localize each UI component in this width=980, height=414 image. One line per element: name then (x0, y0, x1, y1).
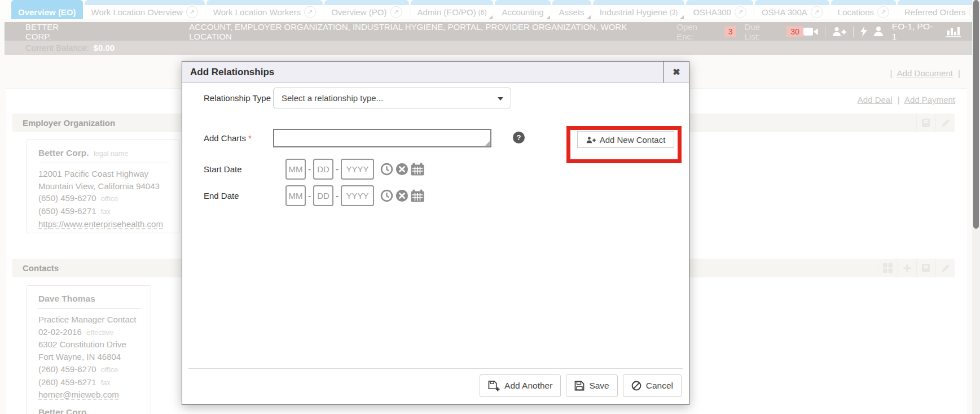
close-icon[interactable]: ✖ (663, 62, 689, 82)
document-links-row: | Add Document | (887, 68, 963, 78)
contact-name: Dave Thomas (38, 294, 151, 304)
tab-overview-eo[interactable]: Overview (EO) (11, 0, 83, 19)
tab-osha-300a[interactable]: OSHA 300A ↗ (755, 0, 829, 19)
video-camera-icon[interactable] (803, 27, 818, 36)
print-book-icon[interactable] (916, 114, 935, 132)
divider (38, 308, 140, 309)
button-label: Add New Contact (600, 135, 666, 145)
person-add-icon[interactable] (832, 27, 846, 36)
start-year-input[interactable] (341, 159, 374, 180)
clock-icon[interactable] (380, 163, 393, 176)
address-line: Mountain View, California 94043 (38, 180, 179, 193)
org-name: BETTER CORP. (25, 22, 86, 41)
end-year-input[interactable] (341, 185, 374, 206)
popout-icon: ↗ (877, 6, 889, 18)
tab-locations[interactable]: Locations ↗ (831, 0, 896, 19)
open-enc-label: Open Enc: (676, 22, 716, 41)
tab-label: Overview (EO) (18, 7, 76, 17)
popout-icon: ↗ (811, 6, 823, 18)
save-button[interactable]: Save (566, 374, 617, 397)
address-line: 6302 Constitution Drive (38, 338, 151, 351)
date-separator: - (336, 191, 339, 201)
tab-label: Admin (EO/PO) (418, 7, 476, 17)
edit-pencil-icon[interactable] (935, 259, 955, 277)
calendar-icon[interactable] (411, 163, 424, 176)
add-charts-input[interactable] (273, 129, 491, 147)
button-label: Cancel (646, 381, 673, 391)
grid-view-icon[interactable] (878, 259, 897, 277)
fax-note: fax (101, 207, 111, 216)
tab-count: (3) (670, 8, 678, 16)
fax-number: (260) 459-6271 (38, 377, 96, 387)
due-list-label: Due List: (744, 22, 777, 41)
due-list-badge[interactable]: 30 (786, 26, 803, 37)
tab-bar: Overview (EO) Work Location Overview ↗ W… (0, 0, 972, 19)
cancel-button[interactable]: Cancel (623, 374, 682, 397)
tab-accounting[interactable]: Accounting (495, 0, 550, 19)
balance-bar: Current Balance: $0.00 (5, 41, 972, 55)
relationship-type-select[interactable]: Select a relationship type... (273, 88, 511, 108)
add-document-link[interactable]: Add Document (897, 68, 953, 78)
lightning-bolt-icon[interactable] (860, 26, 867, 37)
fax-line: (650) 459-6271 fax (38, 205, 179, 218)
tab-label: Industrial Hygiene (600, 7, 667, 17)
tab-count: (6) (478, 8, 487, 16)
print-book-icon[interactable] (916, 259, 935, 277)
tab-osha300[interactable]: OSHA300 ↗ (686, 0, 753, 19)
date-separator: - (336, 164, 339, 174)
user-role-badge[interactable]: EO-1, PO-1 (892, 21, 937, 42)
start-month-input[interactable] (285, 159, 306, 180)
contact-card[interactable]: Dave Thomas Practice Manager Contact 02-… (27, 285, 151, 414)
deal-payment-links-row: Add Deal | Add Payment (858, 95, 955, 104)
help-icon[interactable]: ? (513, 132, 525, 143)
person-icon[interactable] (874, 27, 883, 36)
popout-icon: ↗ (390, 6, 402, 18)
address-line: Fort Wayne, IN 46804 (38, 351, 151, 363)
tab-assets[interactable]: Assets (552, 0, 591, 19)
tab-overview-po[interactable]: Overview (PO) ↗ (324, 0, 408, 19)
tab-referred-orders[interactable]: Referred Orders ↗ (898, 0, 980, 19)
tab-label: Overview (PO) (331, 7, 386, 17)
tab-work-location-workers[interactable]: Work Location Workers ↗ (206, 0, 323, 19)
bar-chart-icon[interactable] (946, 25, 961, 37)
end-month-input[interactable] (285, 185, 306, 206)
employer-organization-card[interactable]: Better Corp. legal name 12001 Pacific Co… (27, 140, 179, 233)
select-value: Select a relationship type... (282, 93, 383, 103)
modal-header: Add Relationships ✖ (182, 62, 689, 83)
next-contact-name-partial: Better Corp. (38, 407, 151, 414)
tab-industrial-hygiene[interactable]: Industrial Hygiene (3) (593, 0, 685, 19)
tab-label: OSHA300 (693, 7, 731, 17)
add-plus-icon[interactable] (897, 259, 916, 277)
phone-number: (650) 459-6270 (38, 193, 96, 203)
edit-pencil-icon[interactable] (935, 114, 955, 132)
website-link[interactable]: https://www.enterprisehealth.com (38, 218, 179, 230)
phone-note: office (101, 194, 118, 203)
address-line: 12001 Pacific Coast Highway (38, 168, 179, 180)
clear-x-circle-icon[interactable] (395, 189, 408, 202)
modal-footer-buttons: Add Another Save Cancel (480, 374, 682, 397)
relationship-type-label: Relationship Type * (204, 88, 276, 108)
button-label: Add Another (504, 381, 552, 391)
end-date-fields: - - (285, 185, 424, 206)
tab-label: Locations (838, 7, 874, 17)
add-new-contact-button[interactable]: Add New Contact (577, 131, 674, 148)
button-label: Save (589, 381, 609, 391)
clock-icon[interactable] (380, 189, 393, 202)
vertical-scrollbar[interactable] (972, 0, 980, 414)
scrollbar-thumb[interactable] (973, 0, 979, 229)
open-enc-badge[interactable]: 3 (724, 26, 737, 37)
tab-admin-eo-po[interactable]: Admin (EO/PO) (6) (411, 0, 494, 19)
popout-icon: ↗ (186, 6, 198, 18)
add-payment-link[interactable]: Add Payment (904, 95, 955, 104)
person-add-icon (586, 136, 596, 143)
add-deal-link[interactable]: Add Deal (858, 95, 893, 104)
label-text: Start Date (204, 164, 242, 174)
add-another-button[interactable]: Add Another (480, 374, 561, 397)
start-day-input[interactable] (313, 159, 333, 180)
tab-work-location-overview[interactable]: Work Location Overview ↗ (85, 0, 205, 19)
clear-x-circle-icon[interactable] (395, 163, 408, 176)
calendar-icon[interactable] (411, 189, 424, 202)
tab-label: Referred Orders (904, 7, 965, 17)
end-day-input[interactable] (313, 185, 333, 206)
email-link[interactable]: horner@mieweb.com (38, 389, 151, 401)
